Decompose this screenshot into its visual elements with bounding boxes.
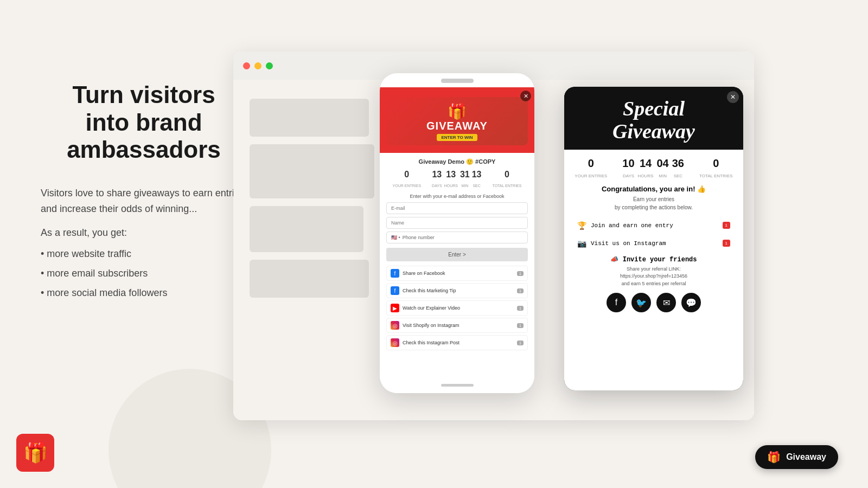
- social-icons-row: f 🐦 ✉ 💬: [573, 293, 735, 312]
- action-badge: 1: [517, 341, 524, 345]
- action-label: Join and earn one entry: [591, 222, 718, 229]
- invite-link-text: Share your referral LINK: https://your.s…: [573, 266, 735, 288]
- enter-button[interactable]: Enter >: [386, 248, 528, 261]
- phone-inner: 🎁 GIVEAWAY ENTER TO WIN ✕ Giveaway Demo …: [380, 87, 534, 393]
- browser-dot-green: [266, 62, 273, 69]
- phone-input[interactable]: 🇺🇸 • Phone number: [386, 232, 528, 243]
- skeleton-block: [250, 144, 374, 198]
- logo-icon: 🎁: [16, 434, 54, 472]
- dark-action-row[interactable]: 🏆 Join and earn one entry 1: [573, 218, 735, 233]
- home-indicator: [441, 384, 474, 387]
- countdown-min: 31 MIN: [460, 170, 470, 189]
- countdown-sec: 13 SEC: [472, 170, 482, 189]
- instagram-icon: ◎: [391, 321, 399, 330]
- action-badge: 1: [517, 288, 524, 293]
- trophy-icon: 🏆: [577, 221, 586, 230]
- dark-countdown-row: 0 YOUR ENTRIES 10 DAYS 14 HOURS 04 MIN: [573, 157, 735, 179]
- youtube-icon: ▶: [391, 304, 399, 312]
- instagram-icon: ◎: [391, 338, 399, 347]
- action-row[interactable]: ▶ Watch our Explainer Video 1: [386, 300, 528, 316]
- total-entries: 0 Total entries: [493, 170, 522, 189]
- congrats-text: Congratulations, you are in! 👍: [573, 185, 735, 193]
- result-label: As a result, you get:: [41, 227, 247, 239]
- your-entries: 0 YOUR ENTRIES: [575, 157, 607, 179]
- earn-text: Earn your entriesby completing the actio…: [573, 195, 735, 211]
- instagram-icon: 📷: [577, 239, 586, 248]
- main-heading: Turn visitors into brand ambassadors: [41, 81, 247, 164]
- action-label: Check this Instagram Post: [403, 340, 514, 345]
- total-entries: 0 Total entries: [699, 157, 733, 179]
- action-row[interactable]: f Share on Facebook 1: [386, 266, 528, 281]
- hero-section: Turn visitors into brand ambassadors Vis…: [41, 81, 247, 303]
- action-badge: 1: [723, 240, 730, 247]
- facebook-share-button[interactable]: f: [607, 293, 626, 312]
- skeleton-block: [250, 99, 369, 137]
- countdown-days: 10 DAYS: [622, 157, 634, 179]
- enter-text: Enter with your e-mail address or Facebo…: [386, 194, 528, 199]
- action-label: Visit us on Instagram: [591, 240, 718, 247]
- giveaway-button-label: Giveaway: [786, 452, 826, 462]
- giveaway-float-button[interactable]: 🎁 Giveaway: [755, 445, 838, 469]
- your-entries: 0 Your entries: [393, 170, 422, 189]
- countdown-hours: 13 HOURS: [444, 170, 458, 189]
- bullet-list: more website traffic more email subscrib…: [41, 244, 247, 303]
- twitter-share-button[interactable]: 🐦: [631, 293, 651, 312]
- giveaway-header: 🎁 GIVEAWAY ENTER TO WIN ✕: [380, 87, 534, 153]
- giveaway-title: GIVEAWAY: [391, 120, 524, 131]
- giveaway-popup: 🎁 GIVEAWAY ENTER TO WIN ✕ Giveaway Demo …: [380, 87, 534, 393]
- action-label: Share on Facebook: [403, 271, 514, 276]
- facebook-icon: f: [391, 269, 399, 278]
- dark-action-row[interactable]: 📷 Visit us on Instagram 1: [573, 236, 735, 251]
- list-item: more social media followers: [41, 283, 247, 303]
- giveaway-body: Giveaway Demo 🙂 #COPY 0 Your entries 13 …: [380, 153, 534, 377]
- countdown-days: 13 DAYS: [432, 170, 442, 189]
- countdown-hours: 14 HOURS: [638, 157, 654, 179]
- giveaway-banner: 🎁 GIVEAWAY ENTER TO WIN: [386, 97, 528, 145]
- countdown-min: 04 MIN: [657, 157, 669, 179]
- hero-description: Visitors love to share giveaways to earn…: [41, 185, 247, 217]
- action-badge: 1: [517, 323, 524, 328]
- countdown-row: 0 Your entries 13 DAYS 13 HOURS 31 MIN: [386, 170, 528, 189]
- dark-header: Special Giveaway ✕: [564, 87, 743, 150]
- dark-body: 0 YOUR ENTRIES 10 DAYS 14 HOURS 04 MIN: [564, 150, 743, 390]
- name-input[interactable]: [386, 217, 528, 229]
- close-button[interactable]: ✕: [727, 91, 739, 103]
- action-label: Visit Shopify on Instagram: [403, 323, 514, 328]
- skeleton-block: [250, 260, 369, 298]
- gift-icon: 🎁: [767, 451, 781, 464]
- list-item: more website traffic: [41, 244, 247, 264]
- messenger-share-button[interactable]: 💬: [681, 293, 701, 312]
- giveaway-subtitle: ENTER TO WIN: [437, 134, 477, 141]
- action-badge: 1: [723, 222, 730, 229]
- gift-icon: 🎁: [391, 102, 524, 120]
- close-button[interactable]: ✕: [520, 91, 531, 101]
- invite-title: 📣 Invite your friends: [573, 255, 735, 264]
- browser-dot-yellow: [254, 62, 261, 69]
- invite-section: 📣 Invite your friends Share your referra…: [573, 255, 735, 313]
- email-input[interactable]: [386, 202, 528, 214]
- action-label: Check this Marketing Tip: [403, 288, 514, 293]
- dark-popup: Special Giveaway ✕ 0 YOUR ENTRIES 10 DAY…: [564, 87, 743, 390]
- dark-title: Special Giveaway: [573, 98, 735, 143]
- action-row[interactable]: ◎ Visit Shopify on Instagram 1: [386, 318, 528, 333]
- facebook-icon: f: [391, 286, 399, 295]
- action-row[interactable]: ◎ Check this Instagram Post 1: [386, 335, 528, 350]
- email-share-button[interactable]: ✉: [656, 293, 676, 312]
- browser-dot-red: [243, 62, 250, 69]
- home-indicator-bar: [380, 377, 534, 393]
- phone-notch: [441, 79, 474, 83]
- demo-title: Giveaway Demo 🙂 #COPY: [386, 158, 528, 165]
- action-badge: 1: [517, 271, 524, 276]
- skeleton-block: [250, 206, 363, 252]
- phone-mockup-2: Special Giveaway ✕ 0 YOUR ENTRIES 10 DAY…: [564, 87, 743, 390]
- action-badge: 1: [517, 306, 524, 311]
- action-row[interactable]: f Check this Marketing Tip 1: [386, 283, 528, 298]
- brand-logo: 🎁: [16, 434, 54, 472]
- list-item: more email subscribers: [41, 264, 247, 283]
- countdown-sec: 36 SEC: [672, 157, 684, 179]
- action-label: Watch our Explainer Video: [403, 305, 514, 311]
- phone-mockup-1: 🎁 GIVEAWAY ENTER TO WIN ✕ Giveaway Demo …: [380, 73, 534, 393]
- website-skeleton: [250, 96, 396, 404]
